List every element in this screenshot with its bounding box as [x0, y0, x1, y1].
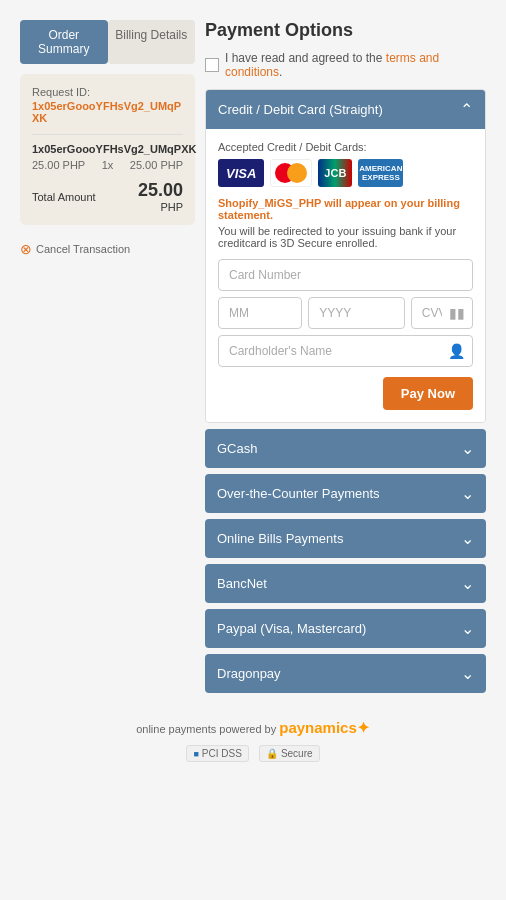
order-summary-card: Request ID: 1x05erGoooYFHsVg2_UMqPXK 1x0…: [20, 74, 195, 225]
chevron-up-icon: ⌃: [460, 100, 473, 119]
card-cvv-icon: ▮▮: [449, 305, 465, 321]
security-badges: ■ PCI DSS 🔒 Secure: [20, 745, 486, 762]
terms-text: I have read and agreed to the terms and …: [225, 51, 486, 79]
pci-icon: ■: [193, 749, 198, 759]
credit-card-header[interactable]: Credit / Debit Card (Straight) ⌃: [206, 90, 485, 129]
jcb-logo: JCB: [318, 159, 352, 187]
tab-bar: Order Summary Billing Details: [20, 20, 195, 64]
tab-billing-details[interactable]: Billing Details: [108, 20, 196, 64]
gcash-label: GCash: [217, 441, 257, 456]
card-logos: VISA JCB AMERICAN EXPRESS: [218, 159, 473, 187]
secure-badge: 🔒 Secure: [259, 745, 320, 762]
sidebar: Order Summary Billing Details Request ID…: [20, 20, 195, 257]
cardholder-name-input[interactable]: [218, 335, 473, 367]
credit-card-body: Accepted Credit / Debit Cards: VISA JCB …: [206, 129, 485, 422]
tab-order-summary[interactable]: Order Summary: [20, 20, 108, 64]
request-id-label: Request ID:: [32, 86, 183, 98]
pci-badge: ■ PCI DSS: [186, 745, 248, 762]
pay-now-button[interactable]: Pay Now: [383, 377, 473, 410]
card-number-input[interactable]: [218, 259, 473, 291]
powered-by: online payments powered by paynamics✦: [20, 719, 486, 737]
bancnet-label: BancNet: [217, 576, 267, 591]
order-item-row: 25.00 PHP 1x 25.00 PHP: [32, 159, 183, 171]
dragonpay-chevron-icon: ⌄: [461, 664, 474, 683]
paypal-section[interactable]: Paypal (Visa, Mastercard) ⌄: [205, 609, 486, 648]
accepted-cards-label: Accepted Credit / Debit Cards:: [218, 141, 473, 153]
online-bills-section[interactable]: Online Bills Payments ⌄: [205, 519, 486, 558]
credit-card-section: Credit / Debit Card (Straight) ⌃ Accepte…: [205, 89, 486, 423]
otc-chevron-icon: ⌄: [461, 484, 474, 503]
terms-row: I have read and agreed to the terms and …: [205, 51, 486, 79]
bancnet-section[interactable]: BancNet ⌄: [205, 564, 486, 603]
cancel-transaction[interactable]: ⊗ Cancel Transaction: [20, 241, 195, 257]
credit-card-label: Credit / Debit Card (Straight): [218, 102, 383, 117]
online-bills-chevron-icon: ⌄: [461, 529, 474, 548]
order-item-total: 25.00 PHP: [130, 159, 183, 171]
dragonpay-section[interactable]: Dragonpay ⌄: [205, 654, 486, 693]
footer: online payments powered by paynamics✦ ■ …: [20, 719, 486, 762]
main-content: Payment Options I have read and agreed t…: [205, 20, 486, 699]
security-text: You will be redirected to your issuing b…: [218, 225, 473, 249]
cancel-icon: ⊗: [20, 241, 32, 257]
total-amount: 25.00: [138, 181, 183, 201]
otc-section[interactable]: Over-the-Counter Payments ⌄: [205, 474, 486, 513]
expiry-year-input[interactable]: [308, 297, 405, 329]
mastercard-logo: [270, 159, 312, 187]
total-currency: PHP: [138, 201, 183, 213]
request-id-value: 1x05erGoooYFHsVg2_UMqPXK: [32, 100, 183, 124]
order-item-price: 25.00 PHP: [32, 159, 85, 171]
gcash-section[interactable]: GCash ⌄: [205, 429, 486, 468]
divider: [32, 134, 183, 135]
amex-logo: AMERICAN EXPRESS: [358, 159, 403, 187]
mc-orange-circle: [287, 163, 307, 183]
visa-logo: VISA: [218, 159, 264, 187]
total-row: Total Amount 25.00 PHP: [32, 181, 183, 213]
order-item-qty: 1x: [102, 159, 114, 171]
paypal-chevron-icon: ⌄: [461, 619, 474, 638]
cvv-wrapper: ▮▮: [411, 297, 473, 329]
expiry-month-input[interactable]: [218, 297, 302, 329]
gcash-chevron-icon: ⌄: [461, 439, 474, 458]
paynamics-logo: paynamics✦: [279, 719, 370, 736]
person-icon: 👤: [448, 343, 465, 359]
page-title: Payment Options: [205, 20, 486, 41]
cardholder-name-wrapper: 👤: [218, 335, 473, 367]
terms-checkbox[interactable]: [205, 58, 219, 72]
otc-label: Over-the-Counter Payments: [217, 486, 380, 501]
dragonpay-label: Dragonpay: [217, 666, 281, 681]
total-label: Total Amount: [32, 191, 96, 203]
online-bills-label: Online Bills Payments: [217, 531, 343, 546]
bancnet-chevron-icon: ⌄: [461, 574, 474, 593]
security-notice: Shopify_MiGS_PHP will appear on your bil…: [218, 197, 473, 221]
order-item-name: 1x05erGoooYFHsVg2_UMqPXK: [32, 143, 183, 155]
paypal-label: Paypal (Visa, Mastercard): [217, 621, 366, 636]
expiry-cvv-row: ▮▮: [218, 297, 473, 329]
secure-icon: 🔒: [266, 748, 278, 759]
